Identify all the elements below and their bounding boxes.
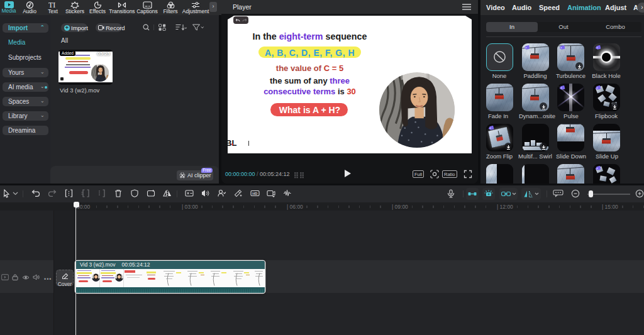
svg-text:HD: HD — [252, 192, 257, 195]
